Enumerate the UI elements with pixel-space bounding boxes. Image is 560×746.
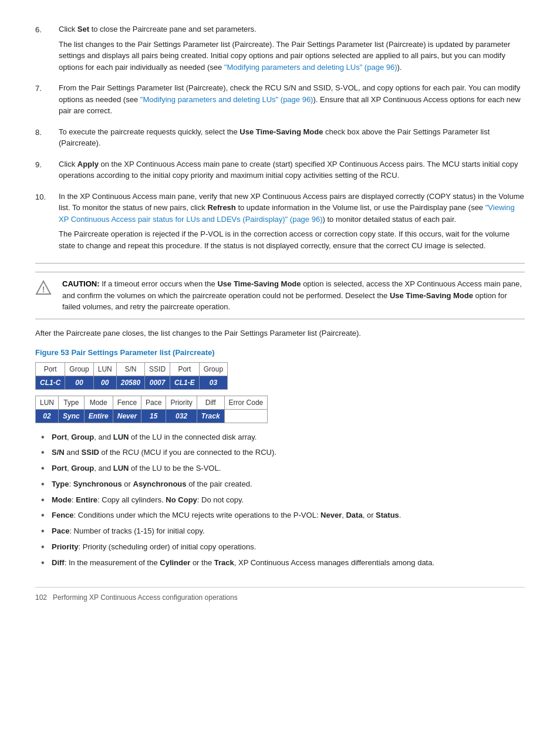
bullet-port-group-lun: • Port, Group, and LUN of the LU in the …: [41, 431, 525, 444]
col-header-group1: Group: [65, 362, 93, 376]
step-8: 8. To execute the paircreate requests qu…: [35, 126, 525, 153]
col-header-ssid: SSID: [145, 362, 170, 376]
link-modifying-params-2[interactable]: "Modifying parameters and deleting LUs" …: [140, 95, 313, 104]
figure-tables: Port Group LUN S/N SSID Port Group CL1-C…: [35, 362, 525, 423]
col-header-priority: Priority: [166, 396, 197, 409]
col-header-errorcode: Error Code: [224, 396, 268, 409]
col-header-port1: Port: [36, 362, 65, 376]
bullet-diff: • Diff: In the measurement of the Cylind…: [41, 557, 525, 569]
footer: 102 Performing XP Continuous Access conf…: [35, 587, 525, 603]
bullet-priority: • Priority: Priority (scheduling order) …: [41, 541, 525, 553]
col-header-lun1: LUN: [93, 362, 116, 376]
bullet-pace: • Pace: Number of tracks (1-15) for init…: [41, 525, 525, 538]
step-10: 10. In the XP Continuous Access main pan…: [35, 191, 525, 255]
bullet-type: • Type: Synchronous or Asynchronous of t…: [41, 478, 525, 491]
cell-sn: 20580: [116, 376, 144, 389]
divider-top: [35, 263, 525, 264]
step-6: 6. Click Set to close the Paircreate pan…: [35, 23, 525, 76]
caution-label: CAUTION:: [62, 279, 100, 288]
svg-text:!: !: [42, 285, 45, 294]
col-header-port2: Port: [170, 362, 200, 376]
col-header-fence: Fence: [113, 396, 141, 409]
caution-text: If a timeout error occurs when the Use T…: [62, 279, 522, 311]
footer-pagenum: 102: [35, 592, 47, 603]
cell-errorcode: [224, 409, 268, 423]
bullet-sn-ssid: • S/N and SSID of the RCU (MCU if you ar…: [41, 447, 525, 459]
bullet-mode: • Mode: Entire: Copy all cylinders. No C…: [41, 494, 525, 507]
cell-type: Sync: [59, 409, 85, 423]
step-9: 9. Click Apply on the XP Continuous Acce…: [35, 158, 525, 185]
cell-mode: Entire: [84, 409, 113, 423]
bullet-port-group-lun-svol: • Port, Group, and LUN of the LU to be t…: [41, 463, 525, 475]
link-viewing-pair-status[interactable]: "Viewing XP Continuous Access pair statu…: [59, 203, 515, 224]
col-header-lun2: LUN: [36, 396, 59, 409]
cell-port2: CL1-E: [170, 376, 200, 389]
col-header-pace: Pace: [141, 396, 166, 409]
bullet-list: • Port, Group, and LUN of the LU in the …: [41, 431, 525, 569]
link-modifying-params-1[interactable]: "Modifying parameters and deleting LUs" …: [224, 63, 397, 72]
cell-lun1: 00: [93, 376, 116, 389]
cell-priority: 032: [166, 409, 197, 423]
cell-pace: 15: [141, 409, 166, 423]
col-header-type: Type: [59, 396, 85, 409]
cell-port1: CL1-C: [36, 376, 65, 389]
col-header-diff: Diff: [197, 396, 224, 409]
col-header-group2: Group: [199, 362, 227, 376]
pair-table-top: Port Group LUN S/N SSID Port Group CL1-C…: [35, 362, 228, 390]
figure-caption: Figure 53 Pair Settings Parameter list (…: [35, 347, 525, 359]
col-header-sn: S/N: [116, 362, 144, 376]
footer-text: Performing XP Continuous Access configur…: [53, 592, 238, 603]
cell-lun2: 02: [36, 409, 59, 423]
caution-box: ! CAUTION: If a timeout error occurs whe…: [35, 272, 525, 319]
caution-icon: !: [35, 279, 52, 296]
cell-fence: Never: [113, 409, 141, 423]
cell-group1: 00: [65, 376, 93, 389]
step-7: 7. From the Pair Settings Parameter list…: [35, 82, 525, 120]
cell-group2: 03: [199, 376, 227, 389]
bullet-fence: • Fence: Conditions under which the MCU …: [41, 509, 525, 522]
pair-table-bottom: LUN Type Mode Fence Pace Priority Diff E…: [35, 396, 268, 423]
col-header-mode: Mode: [84, 396, 113, 409]
cell-diff: Track: [197, 409, 224, 423]
cell-ssid: 0007: [145, 376, 170, 389]
after-caution-text: After the Paircreate pane closes, the li…: [35, 328, 525, 339]
